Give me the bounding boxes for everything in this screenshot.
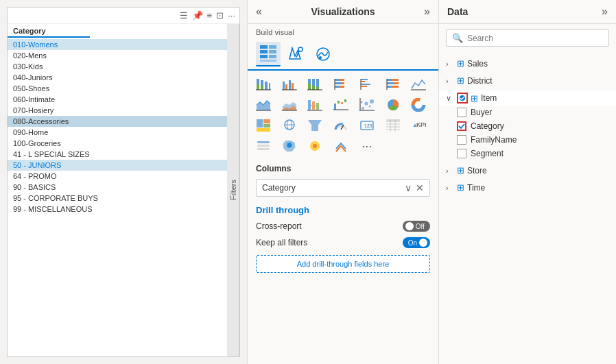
viz-icon-100-stacked-bar-h[interactable]: [383, 75, 403, 94]
category-item[interactable]: 64 - PROMO: [8, 171, 227, 182]
svg-rect-27: [316, 87, 319, 90]
viz-icon-line[interactable]: [408, 75, 429, 94]
viz-icon-card[interactable]: 123: [357, 116, 377, 135]
svg-rect-24: [312, 79, 315, 86]
tree-item-buyer[interactable]: Buyer: [453, 106, 616, 119]
checkbox-familyname[interactable]: [457, 135, 466, 145]
checkbox-category[interactable]: [457, 121, 466, 131]
svg-rect-4: [260, 55, 268, 58]
checkbox-segment[interactable]: [457, 149, 466, 158]
category-item[interactable]: 95 - CORPORATE BUYS: [8, 193, 227, 204]
search-box[interactable]: 🔍: [446, 29, 609, 47]
viz-icon-map[interactable]: [279, 116, 300, 135]
viz-icon-waterfall[interactable]: [331, 95, 351, 114]
category-item[interactable]: 070-Hosiery: [8, 105, 227, 116]
viz-icon-funnel[interactable]: [305, 116, 325, 135]
toolbar-expand-icon[interactable]: ⊡: [216, 10, 224, 21]
viz-expand-arrow[interactable]: »: [424, 5, 430, 18]
viz-collapse-arrow[interactable]: «: [256, 5, 262, 18]
svg-rect-77: [257, 128, 270, 132]
category-item[interactable]: 040-Juniors: [8, 72, 227, 83]
category-item[interactable]: 010-Womens: [8, 39, 227, 50]
toolbar-more-icon[interactable]: ···: [228, 10, 235, 21]
viz-category-field[interactable]: Category ∨ ✕: [256, 179, 430, 197]
filters-tab[interactable]: Filters: [227, 24, 239, 356]
viz-icons-top: [248, 39, 438, 71]
tree-header-time[interactable]: › ⊞ Time: [439, 180, 616, 195]
toolbar-pin-icon[interactable]: 📌: [192, 10, 203, 21]
svg-rect-46: [391, 86, 399, 88]
label-category: Category: [471, 121, 504, 131]
viz-icon-treemap[interactable]: [253, 116, 274, 135]
svg-rect-17: [283, 82, 285, 90]
tree-label-item: Item: [481, 93, 497, 103]
viz-icon-100-stacked-bar[interactable]: [305, 75, 325, 94]
svg-rect-1: [269, 45, 276, 49]
viz-icon-format[interactable]: [283, 42, 308, 66]
category-item[interactable]: 100-Groceries: [8, 138, 227, 149]
keep-filters-toggle[interactable]: On: [403, 237, 430, 248]
viz-icon-stacked-area[interactable]: [279, 95, 300, 114]
viz-icon-donut[interactable]: [408, 95, 429, 114]
svg-rect-19: [289, 80, 291, 90]
viz-icon-clustered-bar-h[interactable]: [357, 75, 377, 94]
tree-item-familyname[interactable]: FamilyName: [453, 133, 616, 147]
svg-text:KPI: KPI: [416, 121, 426, 128]
viz-icon-arrow[interactable]: [331, 136, 351, 156]
viz-icon-shape-map[interactable]: [305, 136, 325, 156]
viz-icon-stacked-bar-h[interactable]: [331, 75, 351, 94]
viz-icon-more-visuals[interactable]: ···: [357, 136, 377, 156]
category-item[interactable]: 020-Mens: [8, 50, 227, 61]
viz-icon-filled-map[interactable]: [279, 136, 300, 156]
category-item[interactable]: 090-Home: [8, 127, 227, 138]
tree-header-item[interactable]: ∨ ⊞ Item: [439, 90, 616, 106]
viz-icon-stacked-bar[interactable]: [253, 75, 274, 94]
svg-rect-95: [257, 145, 270, 147]
tree-item-category[interactable]: Category: [453, 119, 616, 133]
keep-filters-label: Keep all filters: [256, 238, 307, 247]
category-item[interactable]: 41 - L SPECIAL SIZES: [8, 149, 227, 160]
tree-item-segment[interactable]: Segment: [453, 147, 616, 160]
category-item[interactable]: 060-Intimate: [8, 94, 227, 105]
tree-header-district[interactable]: › ⊞ District: [439, 73, 616, 88]
viz-icon-fields[interactable]: [256, 42, 281, 66]
svg-rect-58: [334, 104, 336, 110]
toggle-circle-off: [405, 222, 414, 230]
viz-icon-analytics[interactable]: [311, 42, 335, 66]
category-item[interactable]: 90 - BASICS: [8, 182, 227, 193]
viz-icon-clustered-bar[interactable]: [279, 75, 300, 94]
category-list[interactable]: Category 010-Womens020-Mens030-Kids040-J…: [8, 24, 227, 356]
category-item[interactable]: 030-Kids: [8, 61, 227, 72]
viz-icon-gauge[interactable]: [331, 116, 351, 135]
visual-container: ☰ 📌 ≡ ⊡ ··· Category 010-Womens020-Mens0…: [7, 7, 240, 357]
viz-icon-scatter[interactable]: [357, 95, 377, 114]
svg-point-65: [368, 106, 370, 108]
category-item[interactable]: 050-Shoes: [8, 83, 227, 94]
search-input[interactable]: [467, 34, 603, 43]
category-item[interactable]: 080-Accessories: [8, 116, 227, 127]
tree-section-item: ∨ ⊞ Item Buyer Catego: [439, 89, 616, 162]
toolbar-menu-icon[interactable]: ☰: [180, 10, 188, 21]
tree-header-store[interactable]: › ⊞ Store: [439, 163, 616, 178]
tree-header-sales[interactable]: › ⊞ Sales: [439, 56, 616, 71]
viz-icon-kpi[interactable]: ▲KPI: [408, 116, 429, 135]
viz-icon-area[interactable]: [253, 95, 274, 114]
data-panel-expand-arrow[interactable]: »: [602, 5, 608, 18]
category-item[interactable]: 99 - MISCELLANEOUS: [8, 204, 227, 215]
viz-icon-slicer[interactable]: [253, 136, 274, 156]
item-checkbox-icon[interactable]: [457, 93, 468, 104]
tree-chevron-sales: ›: [446, 60, 454, 68]
toolbar-filter-icon[interactable]: ≡: [207, 10, 213, 21]
checkbox-buyer[interactable]: [457, 108, 466, 117]
cross-report-toggle[interactable]: Off: [403, 221, 430, 232]
svg-rect-26: [316, 79, 319, 87]
viz-field-remove[interactable]: ✕: [416, 182, 424, 193]
viz-icon-pie[interactable]: [383, 95, 403, 114]
category-item[interactable]: 50 - JUNIORS: [8, 160, 227, 171]
viz-field-dropdown[interactable]: ∨: [405, 182, 412, 193]
tree-chevron-district: ›: [446, 77, 454, 85]
svg-rect-2: [260, 50, 268, 53]
viz-icon-ribbon[interactable]: [305, 95, 325, 114]
add-drillthrough-btn[interactable]: Add drill-through fields here: [256, 255, 430, 273]
viz-icon-matrix[interactable]: [383, 116, 403, 135]
